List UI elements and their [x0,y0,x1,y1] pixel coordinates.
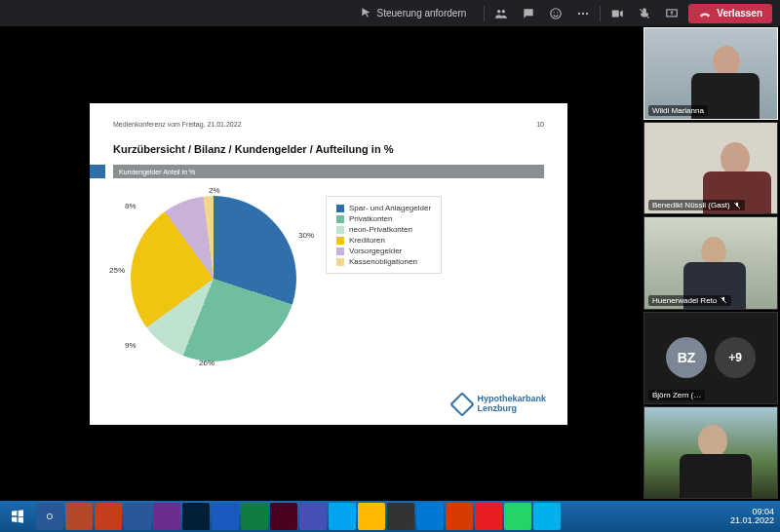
av-controls [610,7,679,20]
participant-name-tag: Wildi Marianna [648,105,708,116]
participant-gallery: Wildi Marianna Benedikt Nüssli (Gast) [644,27,780,501]
chart-zone: 30% 26% 9% 25% 8% 2% Spar- und Anlagegel… [113,196,544,361]
app-powerpoint[interactable] [65,503,93,530]
legend-item: Kassenobligationen [336,256,431,267]
svg-point-0 [551,8,562,19]
svg-point-2 [557,12,558,13]
pie-label-30: 30% [298,231,314,240]
share-tray-icon[interactable] [665,7,679,20]
app-office[interactable] [446,503,473,530]
shared-screen-stage: Medienkonferenz vom Freitag, 21.01.2022 … [0,27,644,501]
leave-label: Verlassen [717,8,762,19]
legend-label: Kassenobligationen [349,257,417,266]
toolbar-icon-group [494,7,590,20]
camera-icon[interactable] [610,7,624,20]
app-excel[interactable] [241,503,268,530]
participant-name: Huenerwadel Reto [652,296,717,305]
overflow-count[interactable]: +9 [715,337,756,378]
app-acrobat[interactable] [95,503,122,530]
request-control-label: Steuerung anfordern [377,8,467,19]
reactions-icon[interactable] [549,7,563,20]
participant-tile-overflow[interactable]: BZ +9 Björn Zern (… [644,312,778,404]
hangup-icon [698,7,712,20]
participant-video [644,407,777,498]
app-word2[interactable] [212,503,239,530]
brand-logo: Hypothekarbank Lenzburg [453,395,546,413]
participant-tile[interactable] [644,406,778,499]
windows-icon [10,509,25,524]
participant-name: Björn Zern (… [652,391,701,399]
participant-name-tag: Björn Zern (… [648,390,705,400]
windows-taskbar: O 09:04 21.01.2022 [0,501,780,532]
app-teams[interactable] [299,503,327,530]
teams-meeting-toolbar: Steuerung anfordern Verlassen [0,0,780,27]
app-word[interactable] [124,503,151,530]
participant-name: Benedikt Nüssli (Gast) [652,201,730,209]
brand-text: Hypothekarbank Lenzburg [477,395,546,413]
avatar: BZ [666,337,707,378]
meeting-body: Medienkonferenz vom Freitag, 21.01.2022 … [0,27,780,501]
participant-tile[interactable]: Benedikt Nüssli (Gast) [644,122,778,214]
swatch-icon [336,237,344,245]
slide-doc-title: Medienkonferenz vom Freitag, 21.01.2022 [113,121,242,128]
more-icon[interactable] [576,7,590,20]
swatch-icon [336,215,344,223]
legend-item: Vorsorgegelder [336,246,431,256]
legend-label: Spar- und Anlagegelder [349,204,431,212]
legend-label: Vorsorgegelder [349,247,402,255]
app-indesign[interactable] [153,503,180,530]
brand-mark-icon [450,392,475,416]
separator [484,6,485,21]
legend-item: Privatkonten [336,213,431,224]
slide-title: Kurzübersicht / Bilanz / Kundengelder / … [113,143,544,155]
pie-graphic [131,196,296,361]
app-generic[interactable] [533,503,561,530]
svg-text:O: O [47,513,53,521]
app-edge[interactable] [329,503,356,530]
chat-icon[interactable] [522,7,535,20]
app-cmd[interactable] [387,503,414,530]
pie-label-9: 9% [125,341,136,350]
app-outlook[interactable]: O [36,503,63,530]
mic-muted-icon[interactable] [638,7,651,20]
people-icon[interactable] [494,7,508,20]
legend-item: neon-Privatkonten [336,224,431,235]
legend-label: neon-Privatkonten [349,225,412,234]
leave-button[interactable]: Verlassen [688,4,772,23]
screen: Steuerung anfordern Verlassen Medienkonf… [0,0,780,532]
svg-point-5 [586,12,588,14]
swatch-icon [336,226,344,234]
app-explorer[interactable] [358,503,385,530]
app-whatsapp[interactable] [504,503,531,530]
clock-date: 21.01.2022 [730,516,774,525]
start-button[interactable] [0,501,35,532]
participant-name-tag: Benedikt Nüssli (Gast) [648,200,745,210]
mic-muted-icon [720,296,727,304]
brand-line2: Lenzburg [477,404,546,413]
app-mail[interactable] [416,503,444,530]
svg-point-1 [554,12,555,13]
participant-name: Wildi Marianna [652,106,704,115]
legend-item: Kreditoren [336,235,431,246]
taskbar-tray[interactable]: 09:04 21.01.2022 [730,501,780,532]
legend-label: Privatkonten [349,214,392,223]
participant-tile[interactable]: Huenerwadel Reto [644,216,778,309]
cursor-icon [360,7,373,20]
taskbar-clock[interactable]: 09:04 21.01.2022 [730,508,774,526]
svg-point-3 [578,12,580,14]
swatch-icon [336,247,344,255]
app-incopy[interactable] [270,503,297,530]
taskbar-apps: O [35,501,562,532]
presentation-slide: Medienkonferenz vom Freitag, 21.01.2022 … [90,103,567,425]
slide-subtitle-bar: Kundengelder Anteil in % [113,165,544,178]
request-control-button[interactable]: Steuerung anfordern [352,4,475,23]
separator [600,6,601,21]
pie-label-25: 25% [109,266,125,275]
pie-label-26: 26% [199,359,214,367]
participant-tile[interactable]: Wildi Marianna [644,27,778,120]
app-photoshop[interactable] [182,503,210,530]
participant-name-tag: Huenerwadel Reto [648,295,731,306]
legend-label: Kreditoren [349,236,385,245]
app-pdf[interactable] [475,503,502,530]
svg-point-4 [582,12,584,14]
